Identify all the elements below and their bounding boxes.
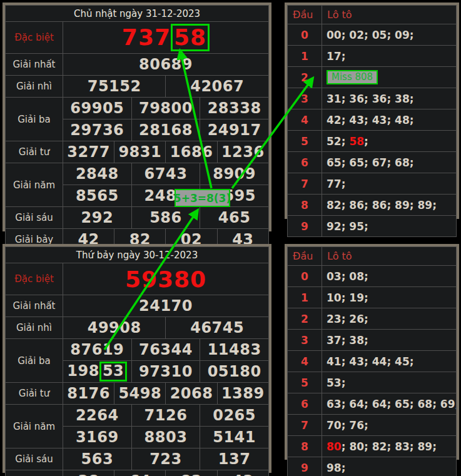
prize-table-sunday: Chủ nhật ngày 31-12-2023Đặc biệt73758Giả… [3,3,271,231]
prize-row: Giải sáu563723137 [6,448,269,470]
loto-head-table-sunday: ĐầuLô tô000; 02; 05; 09;117;2Miss 808331… [285,3,459,219]
prize-value: 28338 [200,98,269,119]
prize-value: 1236 [217,141,268,163]
dau-digit: 3 [288,330,322,351]
loto-number: 77; [327,178,345,190]
dau-digit: 7 [288,415,322,436]
table-date-title: Chủ nhật ngày 31-12-2023 [6,6,269,22]
loto-values: 52; 58; [322,131,457,152]
prize-label: Giải ba [6,339,63,383]
dau-digit: 2 [288,308,322,330]
loto-values: 82; 86; 86; 89; 89; [322,195,457,216]
loto-values: 53; [322,372,457,393]
prize-value: 2848 [63,163,132,185]
prize-label: Giải năm [6,163,63,207]
loto-row: 882; 86; 86; 89; 89; [288,195,457,216]
loto-number: 63; 64; 64; 65; 68; 69; [327,398,457,410]
loto-number: ; 80; 82; 83; 89; [342,440,437,453]
dau-digit: 5 [288,372,322,393]
loto-number-highlight: 80 [327,440,342,453]
prize-value: 8176 [63,383,114,405]
prize-row: Đặc biệt73758 [6,22,269,54]
prize-value: 38 [63,470,114,476]
prize-value: 87619 [63,339,132,361]
loto-row: 223; 26; [288,308,457,330]
prize-value: 49908 [63,317,166,339]
loto-row: 2Miss 808 [288,67,457,88]
table-date-title: Thứ bảy ngày 30-12-2023 [6,247,269,263]
prize-value: 05180 [200,361,269,383]
prize-value: 563 [63,448,132,470]
prize-label: Giải nhì [6,317,63,339]
dau-digit: 5 [288,131,322,152]
prize-value: 2068 [166,383,217,405]
loto-row: 117; [288,46,457,67]
prize-value: 586 [131,207,200,229]
prize-value: 1389 [217,383,268,405]
prize-label: Giải nhì [6,76,63,98]
prize-value-part: 737 [122,24,171,50]
loto-values: 65; 65; 67; 68; [322,152,457,173]
prize-value: 8565 [63,185,132,207]
loto-values: 31; 36; 36; 38; [322,88,457,109]
loto-number: 37; 38; [327,334,368,347]
loto-number-highlight: 58 [349,135,364,148]
prize-label: Giải sáu [6,207,63,229]
loto-number: 23; 26; [327,313,368,325]
prize-label: Giải nhất [6,295,63,317]
prize-value: 2264 [63,405,132,427]
prize-value: 137 [200,448,269,470]
loto-row: 992; 95; [288,216,457,237]
prize-label: Giải ba [6,98,63,141]
dau-digit: 0 [288,266,322,287]
prize-row: Đặc biệt59380 [6,263,269,295]
prize-label: Giải bảy [6,470,63,476]
loto-row: 331; 36; 36; 38; [288,88,457,109]
loto-number: 10; 19; [327,291,368,304]
loto-values: 77; [322,173,457,195]
loto-number: 41; 43; 44; 45; [327,355,414,368]
loto-values: 80; 80; 82; 83; 89; [322,436,457,457]
prize-label: Giải tư [6,141,63,163]
loto-values: 92; 95; [322,216,457,237]
loto-values: 00; 02; 05; 09; [322,24,457,46]
prize-label: Đặc biệt [6,22,63,54]
loto-values: Miss 808 [322,67,457,88]
loto-number: 98; [327,462,345,474]
prize-value: 5141 [200,427,269,448]
prize-value: 79800 [131,98,200,119]
miss-badge: Miss 808 [327,70,378,84]
prize-value: 24917 [200,119,269,141]
loto-row: 337; 38; [288,330,457,351]
dau-digit: 6 [288,152,322,173]
prize-table-saturday: Thứ bảy ngày 30-12-2023Đặc biệt59380Giải… [3,244,271,473]
loto-values: 23; 26; [322,308,457,330]
prize-value: 59380 [63,263,269,295]
prize-row: Giải nhất80689 [6,54,269,76]
prize-value: 28168 [131,119,200,141]
annotation-formula: 5+3=8(3) [175,189,230,207]
prize-value: 43 [217,470,268,476]
prize-label: Giải năm [6,405,63,448]
loto-row: 770; 76; [288,415,457,436]
highlight-box: 53 [99,362,127,381]
loto-values: 03; 08; [322,266,457,287]
prize-value: 75152 [63,76,166,98]
loto-number: 00; 02; 05; 09; [327,29,414,41]
prize-value: 3169 [63,427,132,448]
loto-row: 000; 02; 05; 09; [288,24,457,46]
prize-value: 465 [200,207,269,229]
prize-value-part: 198 [67,362,99,380]
dau-header: Đầu [288,6,322,24]
prize-value: 5498 [114,383,166,405]
loto-values: 41; 43; 44; 45; [322,351,457,372]
loto-row: 777; [288,173,457,195]
dau-digit: 8 [288,195,322,216]
dau-digit: 0 [288,24,322,46]
prize-value: 69905 [63,98,132,119]
prize-value: 97310 [131,361,200,383]
lottery-results-page: Chủ nhật ngày 31-12-2023Đặc biệt73758Giả… [0,0,461,476]
dau-digit: 7 [288,173,322,195]
loto-number: 92; 95; [327,220,368,233]
loto-number: 42; 43; 43; 48; [327,114,414,126]
